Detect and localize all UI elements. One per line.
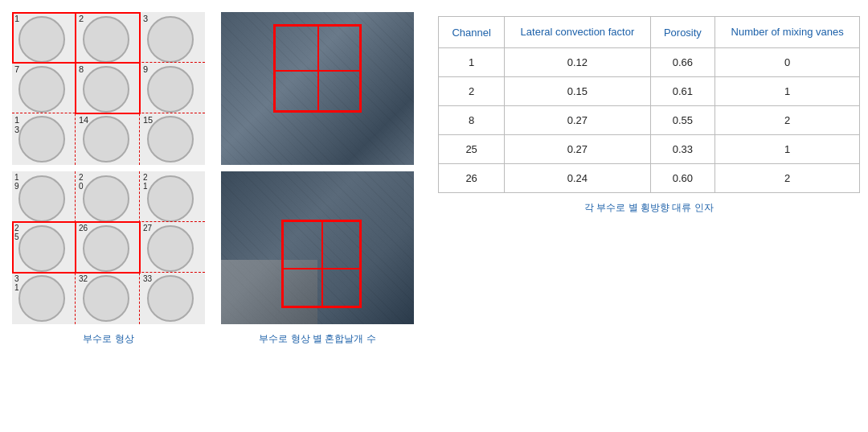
circle (147, 175, 194, 222)
table-row: 250.270.331 (439, 135, 860, 164)
table-header-nmv: Number of mixing vanes (715, 17, 860, 48)
circle (18, 275, 65, 322)
circle (83, 116, 129, 163)
table-row: 80.270.552 (439, 106, 860, 135)
highlight-box-25 (12, 221, 76, 274)
highlight-box-2 (75, 12, 141, 64)
top-channel-diagram: 1 2 3 7 8 9 13 14 15 (12, 12, 205, 165)
highlight-box-1 (12, 12, 76, 64)
cell-label-21: 21 (143, 173, 148, 191)
cell-label-15: 15 (143, 115, 153, 125)
table-header-channel: Channel (439, 17, 505, 48)
circle (147, 66, 194, 113)
circle (147, 275, 194, 322)
cell-label-19: 19 (14, 173, 19, 191)
highlight-box-26 (75, 221, 141, 274)
cell-label-32: 32 (79, 274, 88, 283)
cell-label-20: 20 (79, 173, 84, 191)
cell-label-13: 13 (14, 115, 19, 134)
bottom-channel-diagram: 19 20 21 25 26 27 31 32 33 (12, 171, 205, 324)
cell-label-14: 14 (79, 115, 88, 125)
circle (147, 225, 194, 272)
circle (18, 175, 65, 222)
data-table: Channel Lateral convection factor Porosi… (438, 16, 860, 193)
cell-label-33: 33 (143, 274, 152, 283)
bottom-photo (221, 171, 414, 324)
table-row: 20.150.611 (439, 77, 860, 106)
table-header-porosity: Porosity (650, 17, 715, 48)
cell-label-7: 7 (14, 64, 19, 74)
circle (18, 66, 65, 113)
cell-label-9: 9 (143, 64, 148, 74)
caption-right: 각 부수로 별 횡방향 대류 인자 (438, 200, 860, 215)
caption-left: 부수로 형상 (12, 331, 205, 346)
circle (18, 116, 65, 163)
table-row: 260.240.602 (439, 164, 860, 193)
cell-label-31: 31 (14, 274, 19, 292)
circle (147, 16, 194, 63)
cell-label-27: 27 (143, 224, 152, 232)
circle (147, 116, 194, 163)
table-row: 10.120.660 (439, 48, 860, 77)
cell-label-3: 3 (143, 14, 148, 23)
circle (83, 175, 129, 222)
table-header-lcf: Lateral convection factor (505, 17, 650, 48)
top-photo (221, 12, 414, 165)
circle (83, 275, 129, 322)
highlight-box-8 (75, 62, 141, 114)
caption-middle: 부수로 형상 별 혼합날개 수 (221, 331, 414, 346)
